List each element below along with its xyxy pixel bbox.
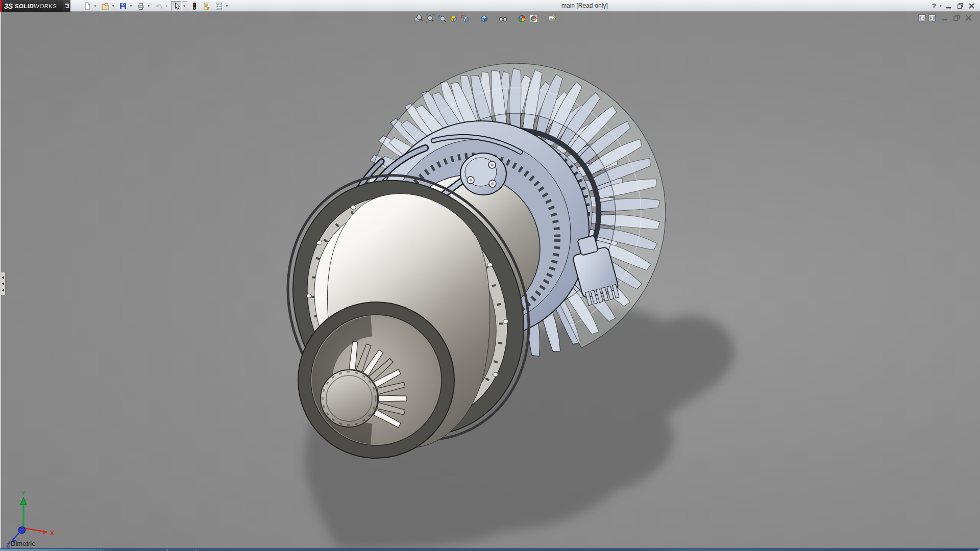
view-orientation-icon	[460, 14, 470, 23]
new-document-toolbar-item: ▾	[82, 1, 98, 11]
open-button[interactable]	[100, 1, 110, 11]
status-divider	[195, 549, 195, 551]
print-icon	[137, 2, 145, 10]
undo-icon	[155, 2, 163, 10]
feature-panel-collapsed-tab[interactable]	[1, 272, 6, 295]
solidworks-logo-icon: 3S	[4, 3, 13, 10]
save-dropdown-caret[interactable]: ▾	[128, 1, 134, 11]
heads-up-group	[516, 13, 540, 24]
apply-scene-icon	[529, 14, 538, 23]
options-dropdown-caret[interactable]: ▾	[224, 1, 230, 11]
file-properties-toolbar-item	[201, 1, 212, 11]
select-button[interactable]	[171, 1, 182, 11]
nozzle-front	[298, 302, 454, 458]
undo-button[interactable]	[153, 1, 164, 11]
rebuild-stoplight-icon	[190, 2, 199, 10]
status-divider	[691, 549, 691, 551]
zoom-to-area-icon	[425, 14, 435, 23]
options-icon	[215, 2, 223, 10]
titlebar: 3S SOLIDWORKS ▶ ▾▾▾▾▾▾▾ main [Read-only]…	[0, 0, 980, 12]
window-title: main [Read-only]	[561, 2, 608, 9]
bolt-hole	[493, 372, 498, 377]
print-dropdown-caret[interactable]: ▾	[146, 1, 152, 11]
select-icon	[173, 2, 181, 10]
rebuild-stoplight-toolbar-item	[189, 1, 200, 11]
heads-up-group	[412, 13, 471, 24]
previous-view-icon	[437, 14, 447, 23]
display-style-icon	[479, 14, 489, 23]
solidworks-logo[interactable]: 3S SOLIDWORKS	[0, 0, 63, 12]
open-icon	[101, 2, 109, 10]
file-properties-button[interactable]	[201, 1, 212, 11]
section-view-button[interactable]	[448, 13, 459, 24]
previous-view-button[interactable]	[436, 13, 448, 24]
bolt-hole	[351, 205, 356, 209]
select-dropdown-caret[interactable]: ▾	[182, 1, 187, 11]
resize-grip[interactable]	[976, 549, 980, 551]
bolt-hole	[317, 241, 322, 245]
engine-model: YXZ	[1, 12, 980, 548]
restore-button[interactable]	[954, 1, 966, 11]
options-toolbar-item: ▾	[213, 1, 230, 11]
zoom-to-fit-button[interactable]	[412, 13, 424, 24]
print-button[interactable]	[135, 1, 146, 11]
heads-up-group	[547, 13, 558, 24]
pane-toggle-right-icon[interactable]	[928, 14, 936, 21]
bolt-hole	[306, 294, 311, 298]
save-icon	[119, 2, 127, 10]
document-close-button[interactable]	[963, 14, 974, 22]
save-button[interactable]	[117, 1, 128, 11]
bolt-hole	[487, 263, 493, 267]
status-divider	[101, 549, 101, 551]
help-dropdown-caret[interactable]: ▾	[938, 1, 943, 11]
pane-toggle-left-icon[interactable]	[918, 14, 925, 21]
window-controls: ? ▾	[930, 0, 977, 12]
view-settings-icon	[548, 14, 557, 23]
solidworks-logo-text: SOLIDWORKS	[14, 3, 57, 9]
save-toolbar-item: ▾	[117, 1, 134, 11]
zoom-to-area-button[interactable]	[424, 13, 436, 24]
status-bar	[0, 548, 980, 551]
svg-text:Y: Y	[21, 490, 25, 497]
print-toolbar-item: ▾	[135, 1, 152, 11]
quick-access-toolbar: ▾▾▾▾▾▾▾	[82, 1, 231, 11]
section-view-icon	[449, 14, 458, 23]
close-button[interactable]	[966, 1, 977, 11]
apply-scene-button[interactable]	[528, 13, 540, 24]
minimize-button[interactable]	[943, 1, 954, 11]
collapse-arrow-icon	[2, 282, 4, 285]
cone-hub	[321, 370, 378, 427]
open-toolbar-item: ▾	[100, 1, 116, 11]
document-window-controls	[918, 14, 974, 22]
view-settings-button[interactable]	[547, 13, 558, 24]
open-dropdown-caret[interactable]: ▾	[110, 1, 116, 11]
heads-up-group	[497, 13, 509, 24]
view-orientation-button[interactable]	[459, 13, 471, 24]
view-orientation-label: *Dimetric	[8, 540, 35, 547]
edit-appearance-button[interactable]	[516, 13, 528, 24]
display-style-button[interactable]	[478, 13, 490, 24]
heads-up-group	[478, 13, 490, 24]
collapse-arrow-icon	[2, 276, 4, 279]
new-document-dropdown-caret[interactable]: ▾	[92, 1, 98, 11]
hide-show-items-icon	[498, 14, 508, 23]
document-minimize-button[interactable]	[940, 14, 950, 22]
hide-show-items-button[interactable]	[497, 13, 509, 24]
document-restore-button[interactable]	[951, 14, 962, 22]
undo-toolbar-item: ▾	[153, 1, 169, 11]
options-button[interactable]	[213, 1, 224, 11]
svg-text:X: X	[50, 530, 54, 537]
select-toolbar-item: ▾	[171, 1, 187, 11]
help-button[interactable]: ?	[930, 1, 938, 11]
edit-appearance-icon	[517, 14, 527, 23]
graphics-viewport[interactable]: YXZ *Dimetric	[0, 12, 980, 548]
new-document-button[interactable]	[82, 1, 92, 11]
menu-flyout-arrow[interactable]: ▶	[63, 0, 70, 12]
collapse-arrow-icon	[2, 289, 4, 292]
status-divider	[167, 549, 168, 551]
rebuild-stoplight-button[interactable]	[189, 1, 200, 11]
file-properties-icon	[203, 2, 211, 10]
undo-dropdown-caret[interactable]: ▾	[164, 1, 169, 11]
zoom-to-fit-icon	[413, 14, 423, 23]
bolt-hole	[503, 319, 508, 323]
